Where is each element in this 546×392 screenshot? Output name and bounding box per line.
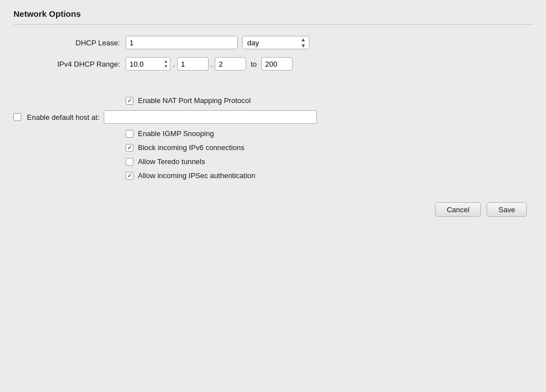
enable-nat-checkbox[interactable]	[126, 97, 133, 105]
dot2: .	[211, 60, 213, 68]
enable-nat-row: Enable NAT Port Mapping Protocol	[13, 96, 533, 105]
enable-default-host-checkbox[interactable]	[13, 113, 21, 121]
block-ipv6-checkbox[interactable]	[126, 144, 133, 152]
ip-end-input[interactable]	[261, 57, 293, 71]
default-host-row: Enable default host at:	[13, 110, 533, 124]
day-select[interactable]: day hour minute	[242, 36, 309, 49]
dot1: .	[173, 60, 175, 68]
section-divider	[13, 24, 533, 25]
enable-default-host-label: Enable default host at:	[27, 113, 99, 122]
network-options-panel: Network Options DHCP Lease: day hour min…	[0, 0, 546, 392]
ipv4-dhcp-range-row: IPv4 DHCP Range: ▲ ▼ . . to	[13, 57, 533, 71]
ip-segment3-input[interactable]	[215, 57, 246, 71]
enable-nat-label: Enable NAT Port Mapping Protocol	[138, 96, 251, 105]
allow-ipsec-label: Allow incoming IPSec authentication	[138, 171, 256, 180]
to-label: to	[251, 60, 257, 68]
ip-segment1-input[interactable]	[126, 57, 170, 71]
cancel-button[interactable]: Cancel	[435, 202, 481, 217]
save-button[interactable]: Save	[487, 202, 527, 217]
dhcp-lease-input[interactable]	[126, 36, 238, 49]
ipv4-range-wrapper: ▲ ▼ . . to	[126, 57, 293, 71]
dhcp-lease-row: DHCP Lease: day hour minute ▲ ▼	[13, 36, 533, 49]
spacer2	[13, 87, 533, 96]
page-title: Network Options	[13, 9, 533, 18]
allow-ipsec-row: Allow incoming IPSec authentication	[13, 171, 533, 180]
allow-ipsec-checkbox[interactable]	[126, 172, 133, 180]
button-row: Cancel Save	[13, 202, 533, 217]
allow-teredo-row: Allow Teredo tunnels	[13, 157, 533, 166]
default-host-input[interactable]	[104, 110, 317, 124]
spacer1	[13, 78, 533, 87]
block-ipv6-row: Block incoming IPv6 connections	[13, 143, 533, 152]
block-ipv6-label: Block incoming IPv6 connections	[138, 143, 244, 152]
allow-teredo-checkbox[interactable]	[126, 158, 133, 166]
dhcp-lease-label: DHCP Lease:	[13, 39, 126, 47]
ipv4-dhcp-range-label: IPv4 DHCP Range:	[13, 60, 126, 68]
enable-igmp-label: Enable IGMP Snooping	[138, 129, 214, 138]
enable-igmp-row: Enable IGMP Snooping	[13, 129, 533, 138]
ip-segment2-input[interactable]	[177, 57, 209, 71]
ip-segment1-wrapper: ▲ ▼	[126, 57, 170, 71]
form-area: DHCP Lease: day hour minute ▲ ▼ IPv4 DHC…	[13, 36, 533, 217]
allow-teredo-label: Allow Teredo tunnels	[138, 157, 205, 166]
day-select-wrapper: day hour minute ▲ ▼	[242, 36, 309, 49]
enable-igmp-checkbox[interactable]	[126, 130, 133, 138]
